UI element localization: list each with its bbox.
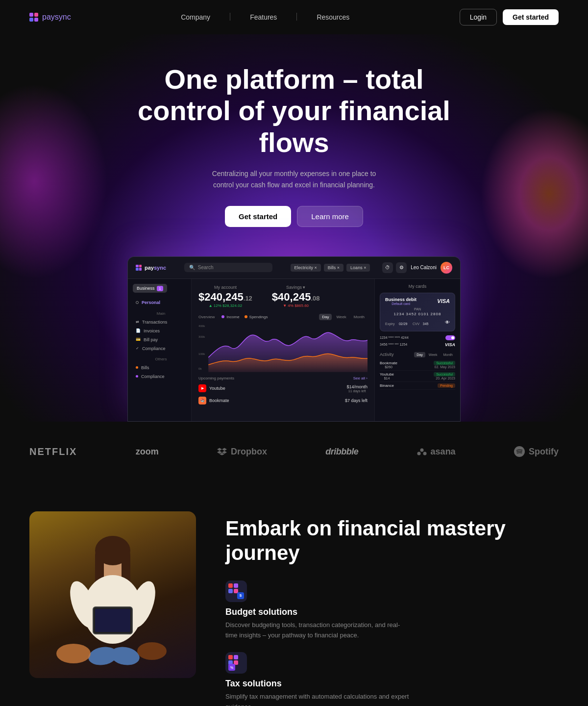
nav-company[interactable]: Company (181, 13, 210, 21)
activity-youtube: Youtube $14 Successful 20. Apr 2023 (380, 371, 455, 382)
sidebar-personal[interactable]: Personal (133, 298, 186, 307)
sidebar-compliance[interactable]: ✓ Compliance (133, 344, 186, 353)
youtube-icon: ▶ (198, 384, 206, 392)
features-section: Embark on financial mastery journey $ Bu… (0, 482, 588, 706)
expiry-label: Expiry (385, 322, 394, 326)
dash-icon-settings[interactable]: ⚙ (396, 262, 407, 273)
sidebar-invoices[interactable]: 📄 Invoices (133, 327, 186, 335)
sidebar-bills[interactable]: Bills (133, 363, 186, 372)
chart-tab-month[interactable]: Month (351, 314, 368, 320)
spotify-text: Spotify (529, 447, 559, 457)
tax-icon-bg: % (225, 652, 247, 674)
upcoming-label: Upcoming payments (198, 376, 234, 380)
bookmate-icon: 📚 (198, 397, 206, 404)
svg-text:0k: 0k (198, 367, 202, 370)
netflix-text: NETFLIX (29, 446, 77, 457)
logo-zoom: zoom (136, 447, 159, 457)
dashboard-mockup: paysync 🔍 Search Electricity × Bills × L… (127, 256, 461, 422)
dollar-icon: $ (237, 592, 244, 599)
nav-resources[interactable]: Resources (317, 13, 349, 21)
sidebar-bill-pay[interactable]: 💳 Bill pay (133, 335, 186, 344)
svg-text:300k: 300k (198, 335, 205, 338)
dash-amounts: My account $240,245.12 ▲ 12% $28,324.02 … (198, 285, 368, 308)
hero-get-started-button[interactable]: Get started (225, 206, 291, 227)
dash-user: ⏱ ⚙ Leo Calzoni LC (382, 262, 452, 274)
card-business-debit: Business debit Default card VISA PAN 123… (380, 293, 455, 331)
dash-logo-text: paysync (145, 265, 166, 271)
dash-tags: Electricity × Bills × Loans × (291, 264, 370, 272)
nav-features[interactable]: Features (250, 13, 277, 21)
dash-search[interactable]: 🔍 Search (184, 263, 272, 272)
dropbox-text: Dropbox (231, 447, 267, 457)
compliance-icon: ✓ (136, 346, 139, 351)
sidebar-transactions[interactable]: ⇄ Transactions (133, 318, 186, 327)
chart-tab-day[interactable]: Day (319, 314, 332, 320)
svg-point-4 (420, 449, 423, 452)
card-toggle-1[interactable] (445, 335, 455, 340)
sq3 (228, 589, 233, 593)
feature-budget: $ Budget solutions Discover budgeting to… (225, 580, 559, 641)
activity-header: Activity Day Week Month (380, 352, 455, 357)
youtube-date: 20. Apr 2023 (434, 377, 455, 380)
see-all-link[interactable]: See all › (353, 376, 368, 380)
binance-status: Pending (438, 383, 455, 388)
card-pan-number: 1234 3452 0101 2808 (385, 312, 450, 316)
dash-chart: 400k 300k 100k 0k (198, 323, 368, 372)
activity-tab-month[interactable]: Month (441, 352, 455, 357)
bills-dot (136, 366, 138, 369)
svg-point-6 (423, 452, 426, 455)
bill-pay-icon: 💳 (136, 337, 141, 342)
activity-tab-day[interactable]: Day (414, 352, 425, 357)
svg-text:400k: 400k (198, 325, 205, 328)
dash-account-tabs: Business 1 (133, 284, 186, 293)
dash-sidebar: Business 1 Personal Main ⇄ Transactions (128, 279, 192, 421)
activity-label: Activity (380, 352, 394, 357)
dash-right-panel: My cards Business debit Default card VIS… (374, 279, 460, 421)
expiry-value: 02/29 (399, 322, 408, 326)
upcoming-header: Upcoming payments See all › (198, 376, 368, 380)
login-button[interactable]: Login (460, 9, 497, 25)
logo-dropbox: Dropbox (217, 447, 267, 457)
svg-point-21 (137, 642, 167, 660)
dash-upcoming: Upcoming payments See all › ▶ Youtube $1… (198, 376, 368, 406)
chart-tab-week[interactable]: Week (333, 314, 349, 320)
account-balance: $240,245.12 (198, 291, 252, 303)
features-headline: Embark on financial mastery journey (225, 516, 559, 566)
tag-electricity[interactable]: Electricity × (291, 264, 321, 272)
logo-icon (29, 13, 38, 22)
hero-content: One platform – total control of your fin… (29, 64, 559, 422)
nav-actions: Login Get started (460, 9, 559, 25)
dribbble-text: dribbble (325, 447, 358, 457)
person-svg (34, 511, 191, 678)
activity-tab-week[interactable]: Week (426, 352, 440, 357)
hero-section: One platform – total control of your fin… (0, 34, 588, 422)
logo[interactable]: paysync (29, 13, 71, 22)
dash-main: My account $240,245.12 ▲ 12% $28,324.02 … (192, 279, 374, 421)
youtube-amount: $14/month 11 days left (346, 384, 368, 393)
tax-title: Tax solutions (225, 679, 559, 689)
chart-svg: 400k 300k 100k 0k (198, 323, 368, 372)
payment-info-bookmate: 📚 Bookmate (198, 397, 229, 404)
visa-logo: VISA (437, 298, 450, 304)
logo-asana: asana (417, 447, 456, 457)
get-started-nav-button[interactable]: Get started (503, 9, 559, 25)
compliance2-dot (136, 375, 138, 378)
svg-point-19 (109, 645, 141, 667)
tag-loans[interactable]: Loans × (346, 264, 370, 272)
dash-logo: paysync (136, 265, 166, 271)
card-default: Default card (385, 302, 416, 305)
dash-tab-business[interactable]: Business 1 (133, 284, 167, 293)
bookmate-status: Successful (434, 361, 455, 365)
card-bottom: Expiry 02/29 CVV 345 👁 (385, 318, 450, 327)
hero-learn-more-button[interactable]: Learn more (297, 206, 363, 227)
transactions-icon: ⇄ (136, 320, 139, 324)
account-label: My account (198, 285, 252, 290)
percent-icon: % (228, 664, 235, 671)
dash-chart-header: Overview Income Spendings (198, 314, 368, 320)
tag-bills[interactable]: Bills × (324, 264, 343, 272)
dash-icon-history[interactable]: ⏱ (382, 262, 393, 273)
eye-icon[interactable]: 👁 (445, 320, 450, 325)
dashboard-wrapper: paysync 🔍 Search Electricity × Bills × L… (127, 256, 461, 422)
nav-divider-1 (230, 13, 230, 21)
sidebar-compliance-2[interactable]: Compliance (133, 372, 186, 381)
